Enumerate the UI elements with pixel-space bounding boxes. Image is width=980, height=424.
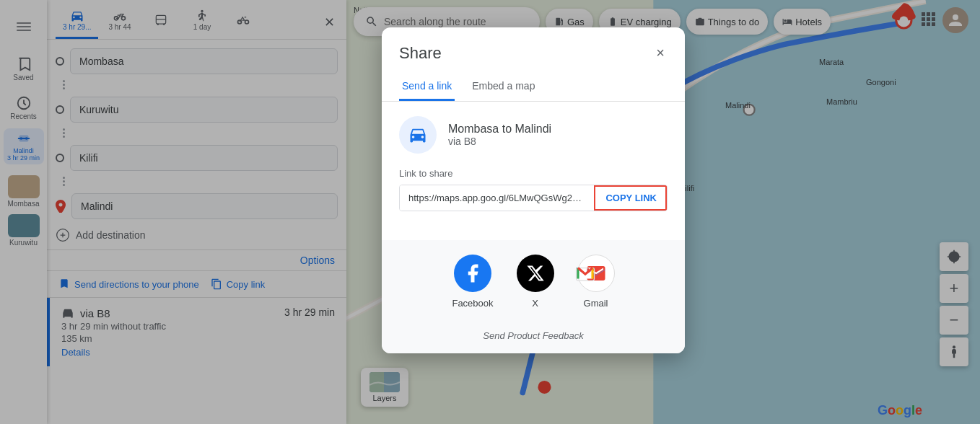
- modal-route-text: Mombasa to Malindi via B8: [448, 123, 551, 147]
- modal-title: Share: [399, 44, 442, 63]
- modal-route-title: Mombasa to Malindi: [448, 123, 551, 136]
- modal-overlay: Share × Send a link Embed a map Mombasa …: [0, 0, 980, 424]
- feedback-row: Send Product Feedback: [382, 320, 685, 353]
- facebook-icon: [454, 255, 491, 292]
- copy-link-button[interactable]: COPY LINK: [594, 185, 667, 211]
- feedback-link[interactable]: Send Product Feedback: [483, 330, 583, 341]
- link-row: COPY LINK: [399, 185, 668, 211]
- gmail-label: Gmail: [584, 298, 608, 309]
- gmail-icon: [577, 255, 615, 292]
- facebook-label: Facebook: [452, 298, 493, 309]
- social-x[interactable]: X: [517, 255, 554, 309]
- modal-tab-embed[interactable]: Embed a map: [469, 73, 538, 101]
- x-label: X: [532, 298, 538, 309]
- social-gmail[interactable]: Gmail: [577, 255, 615, 309]
- x-icon: [517, 255, 554, 292]
- link-section-label: Link to share: [399, 168, 668, 179]
- modal-header: Share ×: [382, 27, 685, 64]
- social-facebook[interactable]: Facebook: [452, 255, 493, 309]
- route-icon: [399, 116, 437, 154]
- modal-close-button[interactable]: ×: [653, 42, 668, 64]
- modal-route-subtitle: via B8: [448, 136, 551, 147]
- modal-tabs: Send a link Embed a map: [382, 73, 685, 102]
- social-row: Facebook X: [382, 240, 685, 320]
- modal-tab-send-link[interactable]: Send a link: [399, 73, 455, 101]
- share-modal: Share × Send a link Embed a map Mombasa …: [382, 27, 685, 353]
- modal-route-info: Mombasa to Malindi via B8: [399, 116, 668, 154]
- modal-body: Mombasa to Malindi via B8 Link to share …: [382, 102, 685, 226]
- link-url-input[interactable]: [400, 185, 594, 211]
- link-section: Link to share COPY LINK: [399, 168, 668, 211]
